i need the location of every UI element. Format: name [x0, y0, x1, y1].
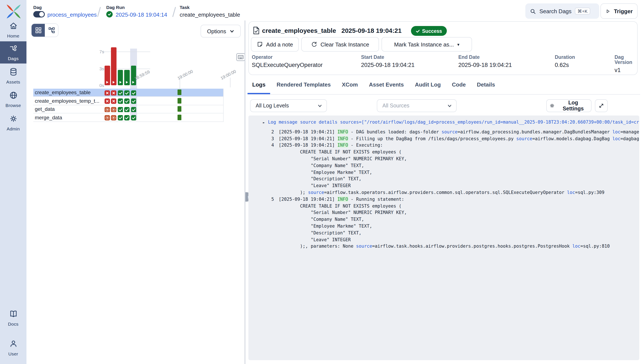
trigger-button[interactable]: Trigger [600, 4, 637, 19]
latest-run-bar[interactable] [177, 114, 181, 120]
task-instance-upstream_failed-icon[interactable] [111, 106, 116, 112]
task-instance-success-icon[interactable] [131, 115, 136, 120]
disclosure-triangle-icon[interactable]: ► [263, 119, 265, 126]
task-row[interactable]: create_employees_table [33, 88, 223, 97]
sidebar-item-label: Home [7, 33, 20, 38]
tab-logs[interactable]: Logs [248, 76, 270, 94]
latest-run-bar[interactable] [177, 98, 181, 103]
breadcrumb-task-label: Task [180, 5, 189, 10]
log-sources-select[interactable]: All Sources [377, 99, 457, 112]
task-instance-success-icon[interactable] [118, 90, 123, 95]
meta-dag-version: Dag Versionv1 [614, 54, 641, 73]
dagrun-success-icon [106, 11, 113, 18]
search-dags-button[interactable]: Search Dags ⌘+K [525, 4, 599, 19]
task-instance-failed-icon[interactable] [111, 98, 116, 103]
add-note-button[interactable]: Add a note [251, 37, 299, 52]
log-line-number: 5 [248, 196, 274, 203]
meta-start-date: Start Date2025-09-18 19:04:21 [361, 54, 414, 68]
search-shortcut-badge: ⌘+K [575, 8, 590, 14]
chevron-down-icon [318, 103, 322, 108]
assets-icon [9, 67, 18, 78]
log-output[interactable]: ►Log message source details sources=["/r… [248, 116, 639, 360]
browse-icon [9, 91, 18, 102]
tabs: LogsRendered TemplatesXComAsset EventsAu… [248, 76, 640, 94]
task-row[interactable]: get_data [33, 105, 223, 114]
log-levels-select[interactable]: All Log Levels [250, 99, 327, 112]
task-instance-upstream_failed-icon[interactable] [105, 115, 110, 120]
task-instance-upstream_failed-icon[interactable] [105, 106, 110, 112]
sidebar-item-assets[interactable]: Assets [0, 65, 27, 87]
keyboard-shortcuts-button[interactable] [237, 53, 245, 61]
log-text: [2025-09-18 19:04:21] INFO - Executing: … [279, 142, 604, 196]
run-duration-bar[interactable] [124, 70, 129, 85]
task-instance-success-icon[interactable] [118, 106, 123, 112]
fullscreen-logs-button[interactable] [595, 99, 608, 112]
sidebar-item-user[interactable]: User [0, 337, 27, 359]
task-instance-failed-icon[interactable] [111, 90, 116, 95]
y-axis-tick-label: 0s [91, 83, 104, 88]
sidebar-item-label: Assets [6, 79, 20, 84]
dag-pause-toggle[interactable] [33, 11, 45, 18]
meta-label: Start Date [361, 54, 414, 60]
breadcrumb-dag-link[interactable]: process_employees [47, 12, 97, 18]
log-line: 4[2025-09-18 19:04:21] INFO - Executing:… [248, 142, 639, 196]
x-axis-time-label: 19:00:00 [176, 69, 193, 80]
task-instance-success-icon[interactable] [118, 115, 123, 120]
sidebar-item-docs[interactable]: Docs [0, 307, 27, 329]
options-label: Options [207, 28, 226, 34]
tab-rendered-templates[interactable]: Rendered Templates [272, 76, 335, 94]
tab-asset-events[interactable]: Asset Events [364, 76, 408, 94]
options-button[interactable]: Options [200, 25, 241, 38]
log-line-number: 4 [248, 142, 274, 149]
task-instance-success-icon[interactable] [124, 98, 129, 103]
breadcrumb-dagrun-label: Dag Run [106, 5, 125, 10]
meta-value: SQLExecuteQueryOperator [252, 62, 323, 68]
task-instance-failed-icon[interactable] [105, 98, 110, 103]
task-instance-success-icon[interactable] [118, 98, 123, 103]
graph-view-button[interactable] [45, 24, 58, 37]
task-instance-success-icon[interactable] [124, 106, 129, 112]
meta-label: Dag Version [614, 54, 641, 65]
tab-audit-log[interactable]: Audit Log [410, 76, 445, 94]
task-instance-upstream_failed-icon[interactable] [111, 115, 116, 120]
tab-code[interactable]: Code [447, 76, 471, 94]
tab-details[interactable]: Details [472, 76, 500, 94]
meta-value: 2025-09-18 19:04:21 [361, 62, 414, 68]
chart-gridline [103, 68, 150, 69]
run-duration-bar[interactable] [105, 66, 110, 85]
latest-run-bar[interactable] [177, 106, 181, 112]
grid-view-button[interactable] [32, 24, 45, 37]
run-duration-bar[interactable] [131, 66, 136, 85]
task-instance-failed-icon[interactable] [105, 90, 110, 95]
task-row[interactable]: merge_data [33, 114, 223, 122]
graph-icon [48, 27, 55, 34]
refresh-icon [311, 41, 317, 47]
run-duration-bar[interactable] [111, 47, 116, 85]
task-instance-success-icon[interactable] [131, 90, 136, 95]
latest-run-bar[interactable] [177, 90, 181, 95]
breadcrumb-separator [97, 7, 101, 17]
sidebar-item-dags[interactable]: Dags [0, 41, 27, 64]
task-row[interactable]: create_employees_temp_t... [33, 97, 223, 105]
tab-xcom[interactable]: XCom [337, 76, 362, 94]
sidebar-item-home[interactable]: Home [0, 19, 27, 41]
task-instance-success-icon[interactable] [124, 90, 129, 95]
task-instance-success-icon[interactable] [131, 106, 136, 112]
run-duration-bar[interactable] [118, 70, 123, 85]
manual-run-icon [126, 81, 128, 84]
mark-task-instance-as-button[interactable]: Mark Task Instance as... ▾ [381, 37, 472, 52]
sidebar-item-browse[interactable]: Browse [0, 88, 27, 110]
log-settings-button[interactable]: Log Settings [546, 99, 591, 112]
breadcrumb-dagrun-link[interactable]: 2025-09-18 19:04:14 [116, 12, 167, 18]
task-instance-success-icon[interactable] [124, 115, 129, 120]
log-source-details-line[interactable]: ►Log message source details sources=["/r… [248, 119, 639, 126]
sidebar-item-admin[interactable]: Admin [0, 112, 27, 134]
y-axis-tick-label: 3s [91, 66, 104, 71]
manual-run-icon [106, 81, 108, 84]
clear-task-instance-button[interactable]: Clear Task Instance [301, 37, 379, 52]
airflow-logo-icon[interactable] [6, 4, 22, 20]
task-instance-success-icon[interactable] [131, 98, 136, 103]
user-icon [9, 339, 18, 350]
log-text: [2025-09-18 19:04:21] INFO - Running sta… [279, 196, 610, 250]
meta-label: Operator [252, 54, 323, 60]
